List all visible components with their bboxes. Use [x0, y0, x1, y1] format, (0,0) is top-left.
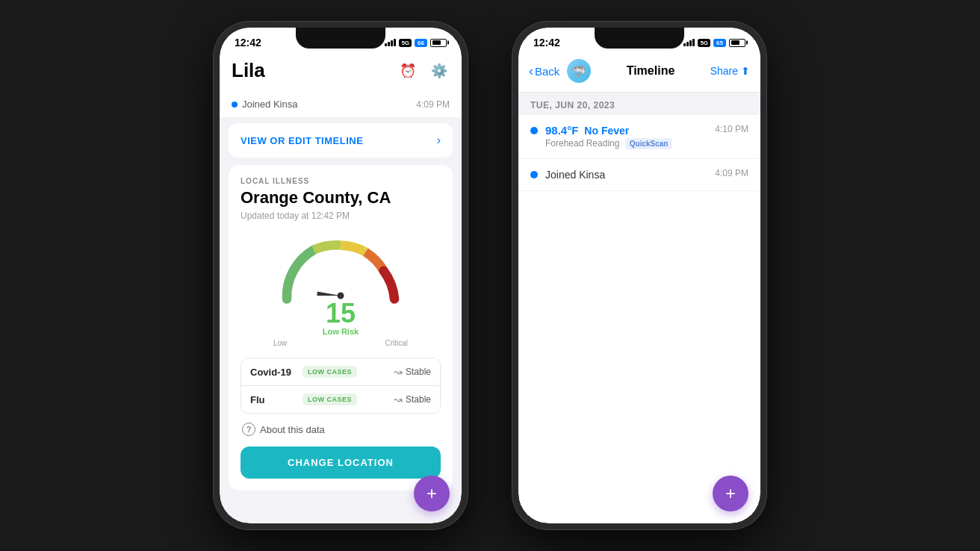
entry-no-fever: No Fever: [584, 125, 629, 137]
about-data[interactable]: ? About this data: [241, 423, 441, 436]
entry-time-2: 4:09 PM: [715, 168, 748, 178]
joined-kinsa-time: 4:09 PM: [416, 99, 450, 110]
battery-body-1: [430, 39, 447, 47]
battery-2: [729, 39, 745, 47]
illness-updated: Updated today at 12:42 PM: [241, 211, 441, 221]
entry-sub-1: Forehead Reading QuickScan: [545, 138, 707, 149]
about-text: About this data: [260, 424, 325, 435]
entry-dot-2: [530, 171, 538, 178]
entry-temp: 98.4°F: [545, 124, 578, 137]
alarm-icon[interactable]: ⏰: [397, 60, 418, 81]
phone-2: 12:42 5G 65 ‹ Ba: [512, 22, 766, 529]
date-header: TUE, JUN 20, 2023: [518, 93, 760, 115]
timeline-title: Timeline: [595, 64, 705, 78]
entry-main-1: 98.4°F No Fever: [545, 124, 707, 137]
entry-tag-quickscan: QuickScan: [625, 138, 673, 149]
gauge-risk-label: Low Risk: [323, 327, 359, 336]
share-icon: ⬆: [741, 65, 750, 77]
stable-text-covid: Stable: [406, 367, 431, 377]
phone-1: 12:42 5G 66 Lila ⏰: [214, 22, 468, 529]
gauge-critical: Critical: [385, 339, 408, 347]
illness-card: LOCAL ILLNESS Orange County, CA Updated …: [229, 165, 453, 491]
disease-row-covid: Covid-19 LOW CASES ↝ Stable: [241, 358, 440, 386]
stable-text-flu: Stable: [406, 394, 431, 405]
share-label: Share: [710, 65, 738, 77]
joined-kinsa: Joined Kinsa: [232, 99, 297, 110]
share-button[interactable]: Share ⬆: [710, 65, 750, 77]
status-bar-2: 12:42 5G 65: [518, 28, 760, 52]
signal-bars-1: [385, 39, 396, 46]
battery-fill-1: [432, 40, 441, 45]
illness-section-label: LOCAL ILLNESS: [241, 177, 441, 185]
carrier-badge-2: 65: [713, 39, 726, 47]
status-icons-2: 5G 65: [683, 39, 745, 47]
fab-1-icon: +: [427, 483, 437, 504]
entry-joined-name: Joined Kinsa: [545, 169, 605, 181]
svg-marker-0: [317, 292, 341, 298]
status-time-2: 12:42: [533, 37, 560, 49]
fab-2-icon: +: [725, 483, 736, 504]
app-title: Lila: [232, 59, 265, 82]
entry-reading-type: Forehead Reading: [545, 138, 619, 149]
disease-name-flu: Flu: [250, 394, 303, 405]
joined-kinsa-row: Joined Kinsa 4:09 PM: [220, 91, 462, 117]
timeline-entry-temp: 98.4°F No Fever Forehead Reading QuickSc…: [518, 115, 760, 159]
disease-table: Covid-19 LOW CASES ↝ Stable Flu LOW CASE…: [241, 358, 441, 414]
trend-icon-covid: ↝: [394, 366, 403, 378]
view-timeline-label: VIEW OR EDIT TIMELINE: [241, 135, 363, 146]
status-time-1: 12:42: [235, 37, 261, 49]
joined-kinsa-text: Joined Kinsa: [242, 99, 297, 110]
fab-2[interactable]: +: [713, 476, 748, 511]
gauge-value: 15: [326, 300, 356, 327]
change-location-label: CHANGE LOCATION: [288, 457, 394, 468]
disease-badge-flu: LOW CASES: [303, 393, 357, 405]
entry-content-2: Joined Kinsa: [545, 168, 707, 181]
signal-bars-2: [683, 39, 695, 46]
battery-body-2: [729, 39, 745, 47]
entry-time-1: 4:10 PM: [715, 124, 748, 134]
avatar: 🦈: [567, 59, 591, 83]
about-icon: ?: [242, 423, 255, 436]
status-icons-1: 5G 66: [385, 39, 447, 47]
avatar-emoji: 🦈: [571, 64, 586, 78]
settings-icon[interactable]: ⚙️: [429, 60, 450, 81]
status-bar-1: 12:42 5G 66: [220, 28, 462, 52]
app-content: Joined Kinsa 4:09 PM VIEW OR EDIT TIMELI…: [220, 91, 462, 523]
network-badge-1: 5G: [399, 39, 412, 47]
entry-dot-1: [530, 127, 538, 134]
timeline-entries: 98.4°F No Fever Forehead Reading QuickSc…: [518, 115, 760, 191]
app-header: Lila ⏰ ⚙️: [220, 52, 462, 91]
trend-icon-flu: ↝: [394, 393, 403, 405]
chevron-right-icon: ›: [437, 134, 441, 147]
blue-dot: [232, 102, 238, 108]
header-icons: ⏰ ⚙️: [397, 60, 450, 81]
gauge-container: 15 Low Risk Low Critical: [241, 231, 441, 347]
gauge-range: Low Critical: [273, 339, 408, 347]
back-chevron-icon: ‹: [529, 63, 533, 79]
carrier-badge-1: 66: [415, 39, 427, 47]
timeline-entry-joined: Joined Kinsa 4:09 PM: [518, 159, 760, 191]
view-timeline-button[interactable]: VIEW OR EDIT TIMELINE ›: [229, 123, 453, 158]
back-label: Back: [535, 65, 559, 78]
entry-content-1: 98.4°F No Fever Forehead Reading QuickSc…: [545, 124, 707, 149]
phone-1-screen: 12:42 5G 66 Lila ⏰: [220, 28, 462, 523]
back-button[interactable]: ‹ Back: [529, 63, 559, 79]
disease-name-covid: Covid-19: [250, 367, 303, 378]
back-header: ‹ Back 🦈 Timeline Share ⬆: [518, 52, 760, 93]
battery-fill-2: [731, 40, 740, 45]
disease-row-flu: Flu LOW CASES ↝ Stable: [241, 386, 440, 413]
network-badge-2: 5G: [698, 39, 710, 47]
illness-location: Orange County, CA: [241, 188, 441, 208]
gauge-low: Low: [273, 339, 287, 347]
change-location-button[interactable]: CHANGE LOCATION: [241, 446, 441, 479]
disease-badge-covid: LOW CASES: [303, 366, 357, 378]
gauge-svg: [273, 231, 408, 306]
battery-1: [430, 39, 447, 47]
phone-2-screen: 12:42 5G 65 ‹ Ba: [518, 28, 760, 523]
fab-1[interactable]: +: [414, 476, 450, 511]
